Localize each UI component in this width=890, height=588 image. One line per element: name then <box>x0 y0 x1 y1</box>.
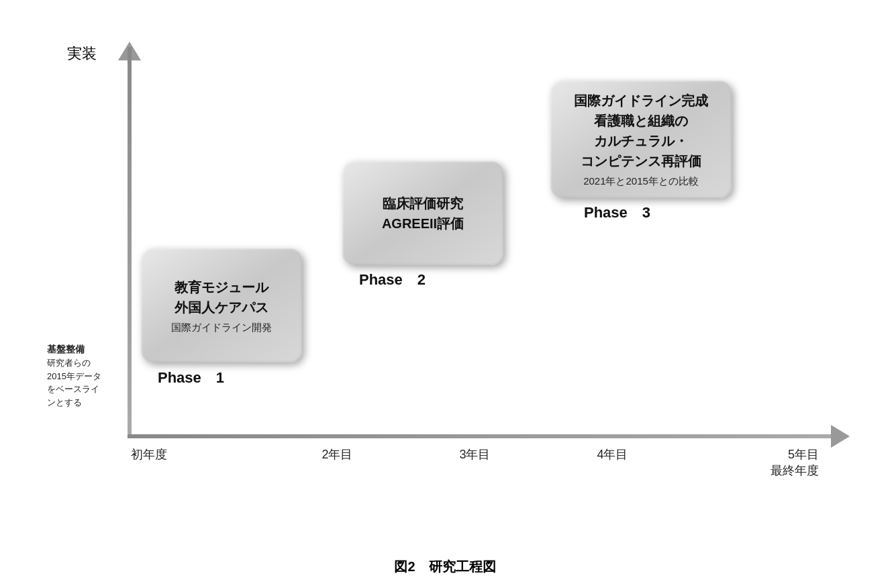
figure-caption: 図2 研究工程図 <box>0 558 890 576</box>
chart-area: 実装 初年度 2年目 3年目 4年目 5年目最終年度 基盤整備 研究者らの201… <box>40 27 859 550</box>
phase1-box: 教育モジュール外国人ケアパス 国際ガイドライン開発 <box>141 248 302 362</box>
x-axis <box>128 434 832 438</box>
phase3-label: Phase 3 <box>584 203 650 223</box>
x-label-5: 5年目最終年度 <box>681 446 832 479</box>
phase3-sub-text: 2021年と2015年との比較 <box>583 174 699 188</box>
phase1-label: Phase 1 <box>158 368 224 388</box>
phase2-label: Phase 2 <box>359 270 426 290</box>
baseline-text: 基盤整備 研究者らの2015年データをベースラインとする <box>47 342 121 409</box>
x-label-4: 4年目 <box>544 446 681 462</box>
x-labels: 初年度 2年目 3年目 4年目 5年目最終年度 <box>128 446 832 479</box>
x-label-3: 3年目 <box>406 446 544 462</box>
phase2-box: 臨床評価研究AGREEII評価 <box>342 161 503 265</box>
phase3-box: 国際ガイドライン完成看護職と組織のカルチュラル・コンピテンス再評価 2021年と… <box>550 81 732 198</box>
phase3-main-text: 国際ガイドライン完成看護職と組織のカルチュラル・コンピテンス再評価 <box>574 91 708 171</box>
phase1-main-text: 教育モジュール外国人ケアパス <box>175 277 268 317</box>
phase1-sub-text: 国際ガイドライン開発 <box>171 320 272 334</box>
x-axis-arrow <box>831 425 850 448</box>
y-axis <box>128 47 132 436</box>
y-axis-label: 実装 <box>67 44 97 64</box>
phase2-main-text: 臨床評価研究AGREEII評価 <box>382 193 464 234</box>
x-label-2: 2年目 <box>268 446 406 462</box>
x-label-1: 初年度 <box>128 446 268 462</box>
